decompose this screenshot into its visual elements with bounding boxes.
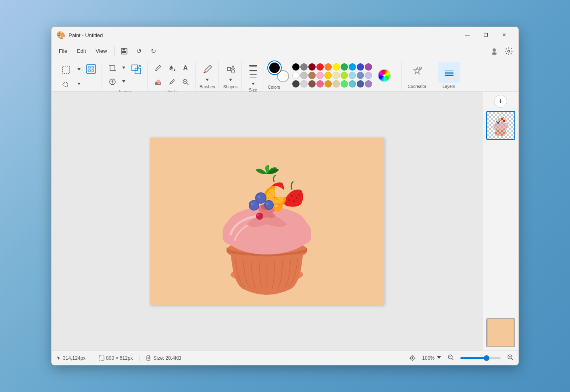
color-p3-9[interactable] <box>357 80 364 88</box>
color-lightblue[interactable] <box>349 72 356 79</box>
eyedropper-button[interactable] <box>165 75 178 88</box>
cocreator-button[interactable] <box>408 62 427 81</box>
color-gold[interactable] <box>325 72 332 79</box>
primary-color-swatch[interactable] <box>268 61 281 74</box>
save-button[interactable] <box>118 45 131 58</box>
resize-image-button[interactable] <box>129 62 144 77</box>
color-cyan[interactable] <box>349 63 356 71</box>
color-brown[interactable] <box>308 72 316 79</box>
size-dropdown-button[interactable] <box>246 82 260 87</box>
brushes-dropdown-button[interactable] <box>200 77 214 83</box>
rectangle-select-button[interactable] <box>58 62 74 78</box>
text-button[interactable]: A <box>179 62 192 75</box>
window-controls: — ❐ ✕ <box>458 29 514 42</box>
layer-2-thumbnail[interactable] <box>486 318 515 347</box>
zoom-slider[interactable] <box>460 357 501 359</box>
svg-marker-23 <box>229 79 232 81</box>
color-lavender[interactable] <box>365 72 372 79</box>
minimize-button[interactable]: — <box>458 29 476 42</box>
color-cream[interactable] <box>333 72 340 79</box>
cursor-icon <box>56 356 61 361</box>
selection-row1 <box>58 62 83 78</box>
svg-rect-14 <box>135 68 141 74</box>
shapes-main-button[interactable] <box>223 62 238 76</box>
color-p3-8[interactable] <box>349 80 356 88</box>
zoom-controls: 100% <box>422 355 441 361</box>
canvas-area[interactable] <box>52 92 482 350</box>
svg-point-76 <box>412 357 413 359</box>
settings-button[interactable] <box>502 45 515 58</box>
maximize-button[interactable]: ❐ <box>476 29 495 42</box>
svg-point-57 <box>250 201 258 210</box>
zoom-out-button[interactable] <box>447 354 454 362</box>
menu-edit[interactable]: Edit <box>73 46 90 56</box>
rotate-dropdown-button[interactable] <box>120 62 128 75</box>
svg-marker-8 <box>77 83 81 85</box>
selection-buttons <box>58 62 98 90</box>
zoom-tool-button[interactable] <box>179 75 192 88</box>
color-white[interactable] <box>292 72 300 79</box>
select3-dropdown-button[interactable] <box>120 75 128 88</box>
user-icon-button[interactable] <box>488 45 501 58</box>
color-darkred[interactable] <box>308 63 316 71</box>
color-yellow[interactable] <box>333 63 340 71</box>
select2-dropdown-button[interactable] <box>75 79 83 90</box>
menu-view[interactable]: View <box>92 46 111 56</box>
zoom-slider-thumb[interactable] <box>484 355 489 361</box>
select-dropdown-button[interactable] <box>75 62 83 78</box>
cocreator-label: Cocreator <box>408 83 426 89</box>
status-sep-1 <box>92 355 92 361</box>
color-p3-2[interactable] <box>300 80 308 88</box>
image-select-button[interactable] <box>84 62 98 76</box>
size-main-button[interactable] <box>246 62 260 81</box>
canvas-wrapper <box>150 138 384 305</box>
filesize-icon <box>146 355 152 361</box>
svg-rect-20 <box>227 67 231 71</box>
color-lightgray[interactable] <box>300 72 308 79</box>
zoom-level: 100% <box>422 355 435 361</box>
color-lime[interactable] <box>341 72 348 79</box>
svg-point-65 <box>257 214 259 216</box>
undo-button[interactable]: ↺ <box>132 45 145 58</box>
svg-marker-19 <box>206 79 209 81</box>
color-p3-1[interactable] <box>292 80 300 88</box>
color-orange[interactable] <box>325 63 332 71</box>
color-gray[interactable] <box>300 63 308 71</box>
color-green[interactable] <box>341 63 348 71</box>
color-picker-button[interactable]: + <box>378 69 391 82</box>
color-p3-3[interactable] <box>308 80 316 88</box>
add-layer-button[interactable]: + <box>494 95 507 108</box>
color-purple[interactable] <box>365 63 372 71</box>
layers-toolbar-group: Layers <box>433 61 465 90</box>
menu-file[interactable]: File <box>55 46 71 56</box>
layer-1-thumbnail[interactable] <box>486 111 515 140</box>
color-p3-6[interactable] <box>333 80 340 88</box>
redo-button[interactable]: ↻ <box>147 45 160 58</box>
pencil-button[interactable] <box>152 62 164 75</box>
color-blue[interactable] <box>357 63 364 71</box>
color-p3-4[interactable] <box>316 80 324 88</box>
shapes-dropdown-button[interactable] <box>223 77 238 83</box>
fill-button[interactable] <box>165 62 178 75</box>
color-black[interactable] <box>292 63 300 71</box>
image-row1 <box>106 62 128 75</box>
color-p3-7[interactable] <box>341 80 348 88</box>
color-pink[interactable] <box>316 72 324 79</box>
color-p3-10[interactable] <box>365 80 372 88</box>
sticker-button[interactable] <box>106 75 119 88</box>
colors-label: Colors <box>268 84 289 90</box>
color-steelblue[interactable] <box>357 72 364 79</box>
zoom-in-button[interactable] <box>507 354 514 362</box>
color-p3-5[interactable] <box>325 80 332 88</box>
layers-button[interactable] <box>438 62 460 83</box>
image-row2 <box>106 75 128 88</box>
svg-rect-30 <box>445 70 454 71</box>
eraser-button[interactable] <box>152 75 164 88</box>
svg-point-39 <box>295 197 297 199</box>
svg-point-61 <box>266 202 268 205</box>
crop-button[interactable] <box>106 62 119 75</box>
close-button[interactable]: ✕ <box>495 29 514 42</box>
color-red[interactable] <box>316 63 324 71</box>
free-select-button[interactable] <box>58 79 74 90</box>
brush-main-button[interactable] <box>200 62 214 76</box>
